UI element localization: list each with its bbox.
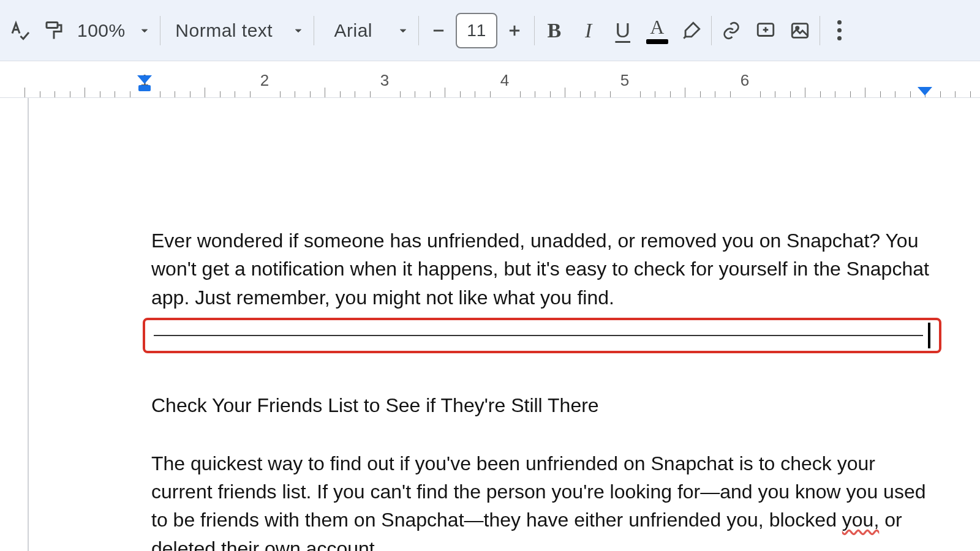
- separator: [711, 16, 712, 45]
- document-body[interactable]: Ever wondered if someone has unfriended,…: [151, 227, 935, 551]
- horizontal-rule-selected[interactable]: [143, 318, 941, 353]
- ruler-number: 2: [260, 71, 269, 90]
- paragraph[interactable]: Ever wondered if someone has unfriended,…: [151, 227, 935, 312]
- document-viewport: Ever wondered if someone has unfriended,…: [0, 98, 980, 551]
- textcolor-icon: A: [650, 17, 664, 37]
- svg-point-3: [796, 26, 798, 29]
- separator: [314, 16, 314, 45]
- highlight-color-button[interactable]: [674, 11, 709, 50]
- zoom-chevron-icon[interactable]: [132, 11, 157, 50]
- paint-format-icon[interactable]: [37, 11, 71, 50]
- paragraph-style-label: Normal text: [175, 20, 273, 41]
- font-size-value: 11: [467, 21, 486, 40]
- font-size-input[interactable]: 11: [456, 13, 497, 48]
- ruler-number: 4: [500, 71, 509, 90]
- ruler[interactable]: 123456: [0, 61, 980, 98]
- right-indent-marker[interactable]: [918, 87, 932, 96]
- left-indent-marker[interactable]: [138, 85, 151, 91]
- page[interactable]: Ever wondered if someone has unfriended,…: [28, 98, 952, 551]
- ruler-number: 6: [741, 71, 749, 90]
- toolbar: 100% Normal text Arial 11 B I U A: [0, 0, 980, 61]
- insert-image-button[interactable]: [783, 11, 817, 50]
- paragraph[interactable]: The quickest way to find out if you've b…: [151, 449, 935, 551]
- horizontal-rule: [154, 335, 923, 336]
- decrease-font-button[interactable]: [421, 11, 456, 50]
- zoom-dropdown[interactable]: 100%: [71, 11, 132, 50]
- ruler-number: 5: [620, 71, 629, 90]
- more-button[interactable]: [823, 11, 857, 50]
- text-color-button[interactable]: A: [640, 11, 674, 50]
- paragraph-style-dropdown[interactable]: Normal text: [163, 11, 285, 50]
- first-line-indent-marker[interactable]: [137, 75, 152, 84]
- text-cursor: [928, 323, 930, 348]
- font-chevron-icon[interactable]: [390, 11, 416, 50]
- text-run: The quickest way to find out if you've b…: [151, 452, 925, 531]
- separator: [160, 16, 160, 45]
- add-comment-button[interactable]: [748, 11, 783, 50]
- bold-button[interactable]: B: [537, 11, 571, 50]
- ruler-number: 3: [380, 71, 389, 90]
- zoom-label: 100%: [77, 20, 126, 41]
- increase-font-button[interactable]: [497, 11, 532, 50]
- spellcheck-icon[interactable]: [2, 11, 37, 50]
- bold-icon: B: [547, 19, 561, 42]
- separator: [418, 16, 419, 45]
- textcolor-swatch: [646, 39, 668, 44]
- separator: [534, 16, 535, 45]
- font-family-label: Arial: [334, 20, 372, 41]
- italic-icon: I: [585, 19, 592, 42]
- spellcheck-word[interactable]: you,: [842, 509, 879, 531]
- italic-button[interactable]: I: [571, 11, 606, 50]
- heading[interactable]: Check Your Friends List to See if They'r…: [151, 391, 935, 419]
- style-chevron-icon[interactable]: [285, 11, 311, 50]
- separator: [820, 16, 820, 45]
- insert-link-button[interactable]: [714, 11, 748, 50]
- kebab-icon: [837, 20, 842, 40]
- underline-button[interactable]: U: [606, 11, 640, 50]
- underline-icon: U: [615, 18, 630, 42]
- font-family-dropdown[interactable]: Arial: [317, 11, 390, 50]
- svg-rect-0: [47, 22, 58, 28]
